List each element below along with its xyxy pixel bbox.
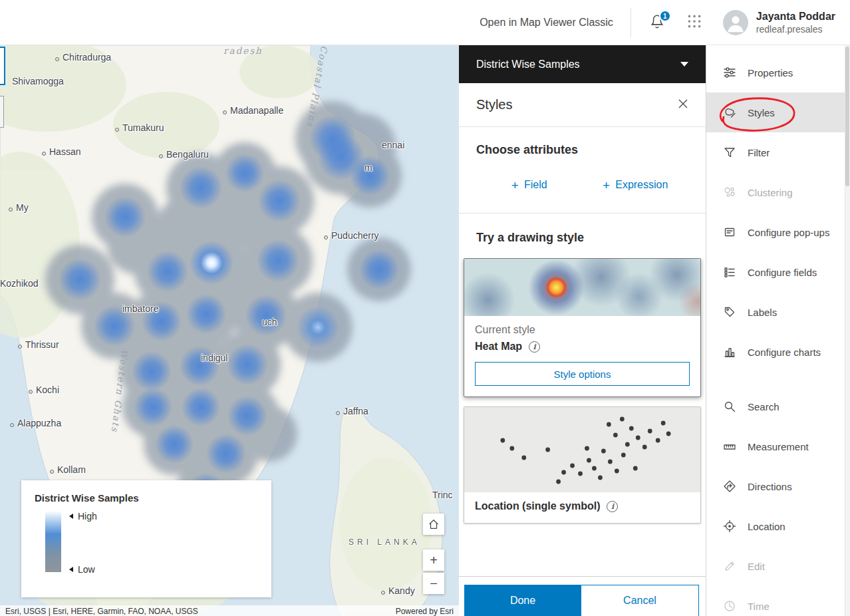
home-button[interactable] (423, 514, 444, 535)
sidebar-item-styles[interactable]: Styles (706, 92, 845, 132)
search-icon (722, 399, 737, 414)
app-launcher-button[interactable] (686, 13, 703, 32)
sidebar-item-location[interactable]: Location (706, 506, 845, 546)
sidebar-item-clustering: Clustering (706, 172, 845, 212)
plus-icon: + (511, 179, 519, 192)
sidebar-item-configure-popups[interactable]: Configure pop-ups (706, 212, 845, 252)
map-attribution: Esri, USGS | Esri, HERE, Garmin, FAO, NO… (0, 605, 459, 616)
clustering-icon (722, 185, 737, 200)
sidebar-item-filter[interactable]: Filter (706, 132, 845, 172)
try-drawing-style-heading: Try a drawing style (459, 214, 706, 258)
cancel-button[interactable]: Cancel (581, 585, 699, 616)
grid-dots-icon (686, 13, 703, 32)
style-card-heat-map[interactable]: Current style Heat Map i Style options (464, 258, 701, 397)
add-expression-button[interactable]: + Expression (583, 179, 689, 192)
legend-gradient (45, 511, 61, 572)
collapsed-panel-tab[interactable] (0, 47, 5, 85)
style-cards: Current style Heat Map i Style options L… (459, 258, 706, 576)
powered-by-esri: Powered by Esri (396, 605, 454, 616)
plus-icon: + (603, 179, 610, 192)
charts-icon (722, 345, 737, 359)
fields-icon (722, 265, 737, 279)
attribution-sources: Esri, USGS | Esri, HERE, Garmin, FAO, NO… (5, 605, 198, 616)
open-classic-link[interactable]: Open in Map Viewer Classic (480, 17, 613, 29)
add-field-button[interactable]: + Field (476, 179, 583, 192)
sidebar-scrollbar[interactable] (845, 45, 850, 616)
map-canvas[interactable]: ChitradurgaShivamoggaMadanapalleTumakuru… (0, 45, 459, 616)
location-icon (722, 519, 737, 534)
collapsed-panel-tab-2[interactable] (0, 96, 4, 128)
sidebar-item-edit: Edit (706, 546, 845, 586)
notification-badge: 1 (659, 10, 671, 22)
layer-title: District Wise Samples (476, 59, 580, 71)
styles-icon (722, 105, 737, 120)
style-options-button[interactable]: Style options (475, 362, 690, 386)
app-header: Open in Map Viewer Classic 1 Jay (0, 0, 850, 45)
info-icon[interactable]: i (529, 341, 540, 353)
sidebar-item-configure-fields[interactable]: Configure fields (706, 252, 845, 292)
chevron-down-icon (680, 62, 688, 67)
sidebar-item-time: Time (706, 586, 845, 616)
legend-title: District Wise Samples (35, 492, 258, 504)
legend-high: High (69, 511, 97, 522)
label-icon (722, 305, 737, 319)
sidebar-item-labels[interactable]: Labels (706, 292, 845, 332)
panel-title-row: Styles (459, 83, 706, 127)
sidebar-item-measurement[interactable]: Measurement (706, 426, 845, 466)
style-card-location[interactable]: Location (single symbol) i (464, 406, 701, 524)
user-menu[interactable]: Jayanta Poddar redleaf.presales (723, 10, 835, 35)
header-divider (631, 8, 631, 37)
time-icon (722, 599, 737, 613)
close-panel-button[interactable] (678, 98, 688, 111)
notifications-button[interactable]: 1 (648, 13, 666, 32)
legend-low: Low (69, 564, 95, 575)
directions-icon (722, 479, 737, 494)
choose-attributes-section: Choose attributes + Field + Expression (459, 127, 706, 214)
sliders-icon (722, 65, 737, 80)
style-name: Location (single symbol) (475, 500, 600, 512)
location-preview (464, 407, 700, 492)
avatar (723, 10, 748, 35)
sidebar-item-directions[interactable]: Directions (706, 466, 845, 506)
styles-panel: District Wise Samples Styles Choose attr… (459, 45, 706, 616)
zoom-out-button[interactable]: − (423, 573, 444, 594)
done-button[interactable]: Done (464, 585, 581, 616)
filter-icon (722, 145, 737, 160)
settings-toolbar: Properties Styles Filter Clustering Conf… (706, 45, 850, 616)
triangle-left-icon (69, 567, 73, 572)
heat-map-preview (464, 259, 700, 316)
close-icon (678, 98, 688, 111)
layer-selector[interactable]: District Wise Samples (459, 45, 706, 83)
sidebar-separator (706, 372, 850, 386)
triangle-left-icon (69, 514, 73, 519)
sidebar-item-search[interactable]: Search (706, 386, 845, 426)
sidebar-item-configure-charts[interactable]: Configure charts (706, 332, 845, 372)
user-name: Jayanta Poddar (756, 10, 835, 23)
sidebar-item-properties[interactable]: Properties (706, 53, 845, 92)
style-name: Heat Map (475, 341, 522, 353)
zoom-in-button[interactable]: + (423, 549, 444, 571)
popup-icon (722, 225, 737, 239)
panel-footer: Done Cancel (459, 576, 706, 616)
measurement-icon (722, 439, 737, 454)
scrollbar-thumb[interactable] (845, 47, 849, 186)
current-style-label: Current style (475, 324, 690, 336)
info-icon[interactable]: i (607, 501, 618, 512)
edit-icon (722, 559, 737, 573)
map-legend: District Wise Samples High Low (21, 480, 271, 597)
user-account: redleaf.presales (756, 23, 835, 35)
panel-title: Styles (476, 97, 512, 112)
choose-attributes-heading: Choose attributes (476, 143, 688, 157)
